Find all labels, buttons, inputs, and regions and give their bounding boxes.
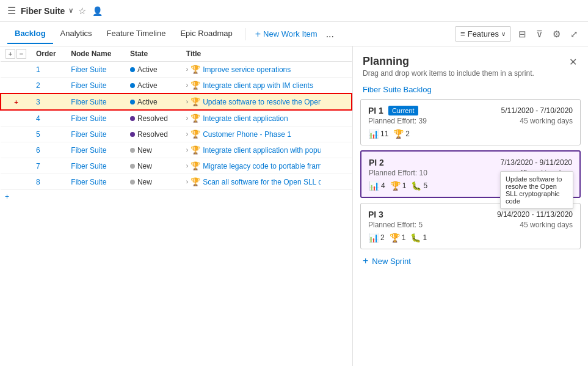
backlog-table: + − Order Node Name State Title 1 Fiber … [0,46,352,190]
row-title-text[interactable]: Customer Phone - Phase 1 [203,130,291,139]
stat-item: 🐛 5 [411,181,427,191]
row-expand-arrow[interactable]: › [186,163,188,169]
row-title[interactable]: › 🏆 Update software to resolve the Open … [181,93,352,110]
sprint-effort: Planned Effort: 5 [368,221,423,229]
row-node-name[interactable]: Fiber Suite [66,93,125,110]
chevron-down-icon[interactable]: ∨ [68,7,73,15]
row-node-name[interactable]: Fiber Suite [66,142,125,158]
tab-feature-timeline[interactable]: Feature Timeline [100,24,173,44]
more-options-button[interactable]: ... [322,26,338,42]
expand-icon[interactable]: ⤢ [568,26,581,42]
planning-subtitle: Drag and drop work items to include them… [363,69,534,78]
row-expand-arrow[interactable]: › [186,131,188,137]
row-node-name[interactable]: Fiber Suite [66,158,125,174]
trophy-icon: 🏆 [191,97,200,106]
collapse-all-button[interactable]: − [16,49,26,59]
filter-settings-icon[interactable]: ⊟ [516,26,529,42]
stat-item: 📊 4 [369,181,385,191]
row-node-name[interactable]: Fiber Suite [66,126,125,142]
features-chevron-icon: ∨ [501,31,506,37]
row-state: New [125,142,181,158]
row-state: Active [125,78,181,94]
user-icon[interactable]: 👤 [92,6,103,16]
row-title-text[interactable]: Update software to resolve the Open SLL [203,98,321,106]
row-node-name[interactable]: Fiber Suite [66,62,125,78]
tab-epic-roadmap[interactable]: Epic Roadmap [173,24,239,44]
row-expand-arrow[interactable]: › [186,98,188,105]
row-expand-cell [1,110,31,126]
stat-count: 1 [423,233,427,242]
row-title[interactable]: › 🏆 Integrate client app with IM clients [181,78,352,94]
expand-all-button[interactable]: + [5,49,15,59]
stat-count: 1 [402,233,406,242]
filter-icon[interactable]: ⊽ [534,26,545,42]
row-title-text[interactable]: Scan all software for the Open SLL crypt… [203,178,321,186]
nav-tabs: Backlog Analytics Feature Timeline Epic … [0,22,588,46]
row-expand-arrow[interactable]: › [186,82,188,89]
row-title-text[interactable]: Integrate client application with popula… [203,146,321,155]
row-title[interactable]: › 🏆 Improve service operations [181,62,352,78]
row-title-text[interactable]: Integrate client application [203,114,288,123]
tab-backlog[interactable]: Backlog [7,24,53,44]
fiber-suite-backlog-link[interactable]: Fiber Suite Backlog [363,85,432,94]
sprint-card[interactable]: PI 1 Current 5/11/2020 - 7/10/2020 Plann… [360,99,581,145]
table-row[interactable]: 4 Fiber Suite Resolved › 🏆 Integrate cli… [1,110,352,126]
row-node-name[interactable]: Fiber Suite [66,78,125,94]
row-title-text[interactable]: Integrate client app with IM clients [203,81,313,90]
row-state: Active [125,62,181,78]
table-row[interactable]: 5 Fiber Suite Resolved › 🏆 Customer Phon… [1,126,352,142]
row-node-name[interactable]: Fiber Suite [66,110,125,126]
planning-header: Planning Drag and drop work items to inc… [353,46,588,82]
app-title: Fiber Suite ∨ [21,6,73,16]
sprint-dates: 5/11/2020 - 7/10/2020 [501,106,573,115]
row-order: 7 [31,158,66,174]
table-row[interactable]: 8 Fiber Suite New › 🏆 Scan all software … [1,174,352,190]
table-row[interactable]: 6 Fiber Suite New › 🏆 Integrate client a… [1,142,352,158]
row-expand-arrow[interactable]: › [186,115,188,122]
row-order: 3 [31,93,66,110]
features-button[interactable]: ≡ Features ∨ [455,26,511,42]
row-title[interactable]: › 🏆 Migrate legacy code to portable fram… [181,158,352,174]
new-work-item-label: New Work Item [263,29,318,38]
row-expand-cell: + [1,93,31,110]
stat-item: 🏆 2 [393,129,410,139]
tab-analytics[interactable]: Analytics [53,24,100,44]
sprint-effort-row: Planned Effort: 39 45 working days [368,117,573,129]
planning-panel: Planning Drag and drop work items to inc… [353,46,588,366]
sprint-card-header: PI 1 Current 5/11/2020 - 7/10/2020 [368,106,573,115]
table-row[interactable]: 7 Fiber Suite New › 🏆 Migrate legacy cod… [1,158,352,174]
row-expand-cell [1,158,31,174]
table-row[interactable]: 1 Fiber Suite Active › 🏆 Improve service… [1,62,352,78]
stat-count: 5 [423,181,427,190]
row-title-text[interactable]: Migrate legacy code to portable framewor [203,162,321,170]
row-title-text[interactable]: Improve service operations [203,65,291,74]
new-work-item-button[interactable]: + New Work Item [250,26,322,42]
plus-icon: + [255,29,261,40]
hamburger-icon[interactable]: ☰ [7,5,16,16]
table-row[interactable]: 2 Fiber Suite Active › 🏆 Integrate clien… [1,78,352,94]
close-planning-button[interactable]: ✕ [568,55,578,69]
sprint-card-header: PI 3 9/14/2020 - 11/13/2020 [368,210,573,219]
row-node-name[interactable]: Fiber Suite [66,174,125,190]
table-row[interactable]: + 3 Fiber Suite Active › 🏆 Update softwa… [1,93,352,110]
row-title[interactable]: › 🏆 Scan all software for the Open SLL c… [181,174,352,190]
sprint-card[interactable]: PI 2 7/13/2020 - 9/11/2020 Planned Effor… [360,150,581,198]
row-expand-arrow[interactable]: › [186,147,188,153]
row-title[interactable]: › 🏆 Customer Phone - Phase 1 [181,126,352,142]
row-expand-arrow[interactable]: › [186,178,188,185]
new-sprint-button[interactable]: + New Sprint [353,249,588,273]
row-title[interactable]: › 🏆 Integrate client application with po… [181,142,352,158]
stat-icon-1: 🏆 [390,233,400,243]
row-order: 1 [31,62,66,78]
sprint-card[interactable]: PI 3 9/14/2020 - 11/13/2020 Planned Effo… [360,203,581,249]
trophy-icon: 🏆 [191,65,200,74]
row-expand-arrow[interactable]: › [186,66,188,73]
favorite-icon[interactable]: ☆ [78,5,86,16]
add-backlog-row[interactable]: + [0,190,352,203]
planning-title: Planning [363,55,534,68]
node-name-header: Node Name [66,46,125,62]
trophy-icon: 🏆 [191,177,200,186]
row-title[interactable]: › 🏆 Integrate client application [181,110,352,126]
trophy-icon: 🏆 [191,130,200,139]
settings-icon[interactable]: ⚙ [550,26,563,42]
